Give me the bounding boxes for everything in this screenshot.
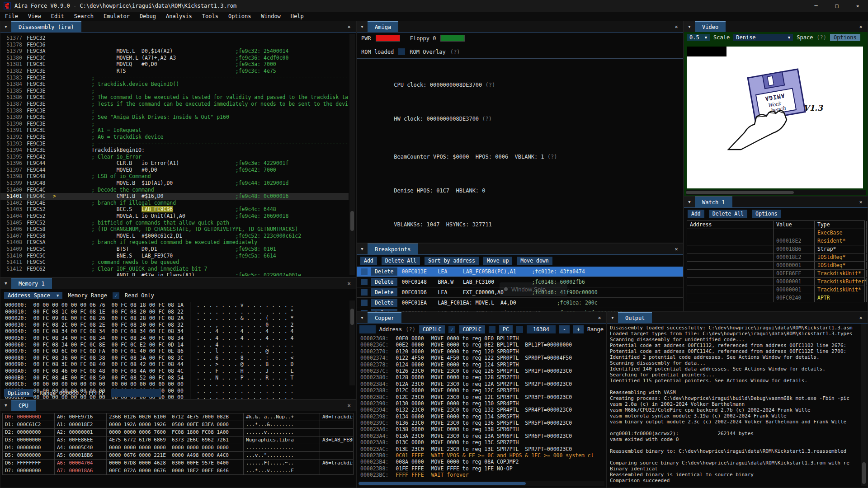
disassembly-line[interactable]: 51378 FE9C36 MOVEM.L (A7)+,A2-A3 ;fe9c36… xyxy=(0,42,349,48)
toolbar-button[interactable]: Add xyxy=(360,257,377,265)
toolbar-button[interactable]: Delete All xyxy=(709,210,747,218)
breakpoint-enable-checkbox[interactable] xyxy=(361,289,368,296)
close-icon[interactable]: ✕ xyxy=(854,197,868,207)
watch-row[interactable]: ▶ A2 00000001 TrackdiskBuffer* 4 xyxy=(687,278,864,286)
watch-row[interactable]: 00001934 1934 00FC0240 APTR 4 xyxy=(687,294,864,302)
close-button[interactable]: ✕ xyxy=(847,0,868,12)
scroll-thumb[interactable] xyxy=(350,211,354,231)
disassembly-line[interactable]: 51392 FE9C3E TrackdiskBeginIO: xyxy=(0,134,349,141)
copper-row[interactable]: 000023BC: FFFF FFFE WAIT forever xyxy=(357,472,606,478)
close-icon[interactable]: ✕ xyxy=(854,21,868,32)
copper-row[interactable]: 000023A4: 013A 23C0 MOVE 23C0 to reg 13A… xyxy=(357,433,606,439)
delete-button[interactable]: Delete xyxy=(371,278,397,286)
copper-row[interactable]: 0000237C: 0126 23C0 MOVE 23C0 to reg 126… xyxy=(357,368,606,374)
toolbar-button[interactable]: Add xyxy=(688,210,704,218)
copper-row[interactable]: 00002394: 0132 23C0 MOVE 23C0 to reg 132… xyxy=(357,407,606,413)
close-icon[interactable]: ✕ xyxy=(854,312,868,323)
copper-row[interactable]: 000023A0: 0138 0000 MOVE 0000 to reg 138… xyxy=(357,426,606,432)
disassembly-line[interactable]: 51402 FE9C4E MOVEA.L io_Unit(A1),A0 ;fe9… xyxy=(0,200,349,206)
copper-row[interactable]: 00002398: 0134 0000 MOVE 0000 to reg 134… xyxy=(357,413,606,420)
memory-row[interactable]: 000060: 00 FC 08 34 00 FC 0C 8E 00 FC 0C… xyxy=(0,342,356,348)
close-icon[interactable]: ✕ xyxy=(342,278,356,289)
copper-row[interactable]: 000023AC: 013E 23C0 MOVE 23C0 to reg 13E… xyxy=(357,446,606,452)
copper-row[interactable]: 000023B4: 008A 0000 MOVE 0000 to reg 08A… xyxy=(357,459,606,465)
cpu-register-row[interactable]: D4: 00000000 A4: 00005C40 0000 0000 0000… xyxy=(3,444,354,452)
disassembly-line[interactable]: 51400 FE9C4C ; branch if illegal command xyxy=(0,187,349,193)
copper-row[interactable]: 00002388: 012C 0000 MOVE 0000 to reg 12C… xyxy=(357,387,606,394)
memory-row[interactable]: 0000B0: 00 FC 08 4E 00 FC 08 50 00 FC 08… xyxy=(0,375,356,381)
memory-row[interactable]: 000040: 00 FC 08 34 00 FC 08 34 00 FC 08… xyxy=(0,328,356,335)
disassembly-line[interactable]: 51388 FE9C3E ; xyxy=(0,108,349,114)
disassembly-line[interactable]: 51377 FE9C32 MOVE.L D0,$14(A2) ;fe9c32: … xyxy=(0,35,349,42)
toolbar-button[interactable]: Move up xyxy=(483,257,512,265)
scroll-thumb[interactable] xyxy=(862,462,866,484)
disassembly-line[interactable]: 51382 FE9C3E ; trackdisk.device BeginIO(… xyxy=(0,68,349,75)
menu-item[interactable]: View xyxy=(23,13,46,20)
copper-address-input[interactable] xyxy=(359,325,376,333)
disassembly-scrollbar[interactable] xyxy=(349,34,355,275)
delete-button[interactable]: Delete xyxy=(371,267,397,276)
memory-row[interactable]: 000050: 00 FC 08 34 00 FC 08 34 00 FC 08… xyxy=(0,335,356,342)
disassembly-line[interactable]: 51397 FE9C44 MOVE.B $1D(A1),D0 ;fe9c44: … xyxy=(0,167,349,174)
minimize-button[interactable]: ─ xyxy=(806,0,826,12)
column-header[interactable]: Type xyxy=(815,221,867,229)
breakpoint-enable-checkbox[interactable] xyxy=(361,268,368,275)
memory-range-label[interactable]: Memory Range xyxy=(68,292,107,299)
breakpoint-row[interactable]: Delete 00FC01EA LAB_FC01EA: MOVE.L A4,D0… xyxy=(357,298,683,308)
disassembly-line[interactable]: 51408 FE9C5A BNE.S LAB_FE9C70 ;fe9c5a: 6… xyxy=(0,239,349,246)
help-hint[interactable]: (?) xyxy=(406,326,415,333)
tab-video[interactable]: Video xyxy=(695,21,726,32)
cpu-register-row[interactable]: D5: 00000000 A5: 000018B6 0000 0676 0000… xyxy=(3,452,354,460)
panel-menu-icon[interactable]: ▼ xyxy=(607,312,618,323)
chip-select[interactable]: Denise ▼ xyxy=(733,34,793,41)
memory-dump[interactable]: 000000: 00 00 00 00 00 00 06 76 00 FC 08… xyxy=(0,302,356,399)
close-icon[interactable]: ✕ xyxy=(342,21,356,32)
pc-checkbox[interactable] xyxy=(516,326,523,333)
menu-item[interactable]: Analysis xyxy=(161,13,197,20)
address-space-select[interactable]: Address Space ▼ xyxy=(4,292,62,299)
tab-cpu[interactable]: CPU xyxy=(11,400,36,411)
cpu-register-row[interactable]: D6: FFFFFFFF A6: 00004704 0000 07D8 0000… xyxy=(3,460,354,467)
cpu-register-row[interactable]: D2: 00000000 A2: 00000001 0000 0000 0006… xyxy=(3,429,354,436)
breakpoint-enable-checkbox[interactable] xyxy=(361,279,368,285)
watch-row[interactable]: ▶ A1 ROMTAG 000018E2 Resident* 4 xyxy=(687,237,864,245)
menu-item[interactable]: Emulator xyxy=(99,13,135,20)
disassembly-line[interactable]: 51385 FE9C3E ; Tests if the command can … xyxy=(0,88,349,94)
increment-button[interactable]: + xyxy=(573,325,584,333)
close-icon[interactable]: ✕ xyxy=(670,21,683,32)
disassembly-line[interactable]: 51399 FE9C48 CMPI.B #$16,D0 ;fe9c48: 0c0… xyxy=(0,180,349,187)
disassembly-line[interactable]: 51384 FE9C3E ; The command to be execute… xyxy=(0,81,349,88)
options-button[interactable]: Options xyxy=(4,389,33,397)
copper-row[interactable]: 000023B8: 01FE FFFE MOVE FFFE to reg 1FE… xyxy=(357,465,606,472)
memory-row[interactable]: 000010: 00 FC 08 1C 00 FC 08 1E 00 FC 08… xyxy=(0,309,356,315)
menu-item[interactable]: File xyxy=(0,13,23,20)
tab-memory[interactable]: Memory 1 xyxy=(11,278,52,289)
panel-menu-icon[interactable]: ▼ xyxy=(684,21,695,32)
scroll-thumb[interactable] xyxy=(359,482,526,485)
copper-row[interactable]: 00002378: 0124 0000 MOVE 0000 to reg 124… xyxy=(357,361,606,368)
pc-button[interactable]: PC xyxy=(499,325,513,333)
disassembly-line[interactable]: 51381 FE9C3E ; -------------------------… xyxy=(0,61,349,68)
help-hint[interactable]: (?) xyxy=(816,34,826,41)
decrement-button[interactable]: - xyxy=(559,325,570,333)
disassembly-line[interactable]: 51398 FE9C48 ; Decode the command xyxy=(0,173,349,180)
memory-scrollbar[interactable] xyxy=(349,300,355,385)
toolbar-button[interactable]: Options xyxy=(752,210,781,218)
disassembly-line[interactable]: 51401 FE9C4C > BCC.S LAB_FE9C96 ;fe9c4c:… xyxy=(0,193,349,200)
cpu-register-row[interactable]: D7: 00000000 A7: 000018A6 00FC 072A 0000… xyxy=(3,467,354,475)
memory-row[interactable]: 000030: 00 FC 08 2C 00 FC 08 2E 00 FC 08… xyxy=(0,322,356,328)
disassembly-line[interactable]: 51404 FE9C52 ; (TD_CHANGENUM, TD_CHANGES… xyxy=(0,213,349,220)
output-scrollbar[interactable] xyxy=(861,324,867,486)
menu-item[interactable]: Search xyxy=(69,13,99,20)
disassembly-line[interactable]: 51391 FE9C3E ; -------------------------… xyxy=(0,127,349,134)
cop2lc-checkbox[interactable] xyxy=(489,326,495,333)
column-header[interactable]: Value xyxy=(774,221,815,229)
video-options-button[interactable]: Options xyxy=(830,34,860,41)
copper-row[interactable]: 0000236C: 00E2 0000 MOVE 0000 to reg 0E2… xyxy=(357,342,606,348)
copper-scrollbar[interactable] xyxy=(359,481,604,486)
disassembly-line[interactable]: 51379 FE9C3A MOVEQ #0,D0 ;fe9c3a: 7000 xyxy=(0,48,349,55)
menu-item[interactable]: Edit xyxy=(46,13,69,20)
breakpoint-enable-checkbox[interactable] xyxy=(361,300,368,306)
disassembly-line[interactable]: 51405 FE9C52 MOVE.L #$000c61c2,D1 ;fe9c5… xyxy=(0,220,349,226)
disassembly-line[interactable]: 51390 FE9C3E ; A6 = trackdisk device xyxy=(0,121,349,127)
